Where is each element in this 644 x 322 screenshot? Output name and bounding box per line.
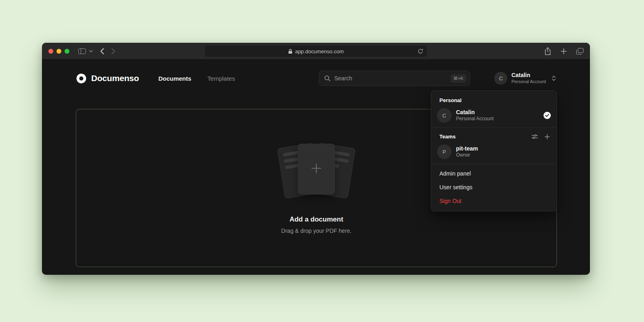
teams-label: Teams xyxy=(439,134,531,140)
search-bar[interactable]: ⌘+K xyxy=(319,71,470,86)
main-nav: Documents Templates xyxy=(158,75,235,82)
menu-item-admin-panel[interactable]: Admin panel xyxy=(431,167,556,180)
team-name: pit-team xyxy=(456,145,551,152)
team-text: pit-team Owner xyxy=(456,145,551,159)
close-button[interactable] xyxy=(48,49,53,54)
new-tab-icon[interactable] xyxy=(560,48,567,54)
menu-section-teams: Teams xyxy=(431,130,556,143)
search-input[interactable] xyxy=(334,75,447,82)
chevron-up-down-icon xyxy=(552,75,556,82)
back-button-icon[interactable] xyxy=(100,48,104,54)
sidebar-chevron-down-icon[interactable] xyxy=(89,50,93,52)
profile-text: Catalin Personal Account xyxy=(511,72,546,84)
url-text: app.documenso.com xyxy=(295,48,344,54)
traffic-lights xyxy=(48,49,69,54)
reload-icon[interactable] xyxy=(418,48,423,54)
dropzone-title: Add a document xyxy=(289,215,343,224)
teams-actions xyxy=(531,134,550,140)
nav-documents[interactable]: Documents xyxy=(158,75,191,82)
lock-icon xyxy=(288,49,293,54)
menu-section-personal: Personal xyxy=(431,93,556,107)
brand-name: Documenso xyxy=(91,73,139,83)
menu-item-user-settings[interactable]: User settings xyxy=(431,180,556,194)
share-icon[interactable] xyxy=(544,47,551,55)
account-subtitle: Personal Account xyxy=(456,116,539,122)
search-icon xyxy=(324,75,330,82)
menu-item-personal-account[interactable]: C Catalin Personal Account xyxy=(431,107,556,127)
minimize-button[interactable] xyxy=(56,49,61,54)
avatar: P xyxy=(437,144,452,159)
menu-divider xyxy=(431,164,556,164)
profile-name: Catalin xyxy=(511,72,546,79)
add-team-icon[interactable] xyxy=(544,134,550,140)
documenso-logo-icon xyxy=(76,73,87,84)
address-bar[interactable]: app.documenso.com xyxy=(205,46,427,57)
illustration-card-center xyxy=(298,144,335,194)
sidebar-toggle-icon[interactable] xyxy=(78,48,86,54)
account-menu-trigger[interactable]: C Catalin Personal Account xyxy=(494,72,556,85)
search-shortcut-badge: ⌘+K xyxy=(451,74,466,83)
tab-overview-icon[interactable] xyxy=(576,48,583,54)
menu-item-team[interactable]: P pit-team Owner xyxy=(431,143,556,163)
plus-icon xyxy=(309,161,323,177)
account-menu: Personal C Catalin Personal Account Team… xyxy=(431,90,557,211)
menu-divider xyxy=(431,128,556,128)
documents-illustration xyxy=(268,142,365,202)
brand[interactable]: Documenso xyxy=(76,73,139,84)
account-name: Catalin xyxy=(456,109,539,116)
avatar: C xyxy=(494,72,507,85)
nav-templates[interactable]: Templates xyxy=(207,75,235,82)
dropzone-subtitle: Drag & drop your PDF here. xyxy=(281,228,351,234)
forward-button-icon[interactable] xyxy=(111,48,115,54)
manage-teams-icon[interactable] xyxy=(531,134,538,139)
app-header: Documenso Documents Templates ⌘+K C Cata… xyxy=(76,69,556,87)
profile-subtitle: Personal Account xyxy=(511,79,546,85)
avatar: C xyxy=(437,108,452,123)
account-text: Catalin Personal Account xyxy=(456,109,539,122)
zoom-button[interactable] xyxy=(65,49,69,54)
menu-item-sign-out[interactable]: Sign Out xyxy=(431,194,556,208)
check-icon xyxy=(544,112,551,119)
toolbar-right-actions xyxy=(544,47,583,55)
browser-toolbar: app.documenso.com xyxy=(42,43,590,60)
browser-window: app.documenso.com Documenso Doc xyxy=(42,43,590,275)
team-role: Owner xyxy=(456,152,551,159)
